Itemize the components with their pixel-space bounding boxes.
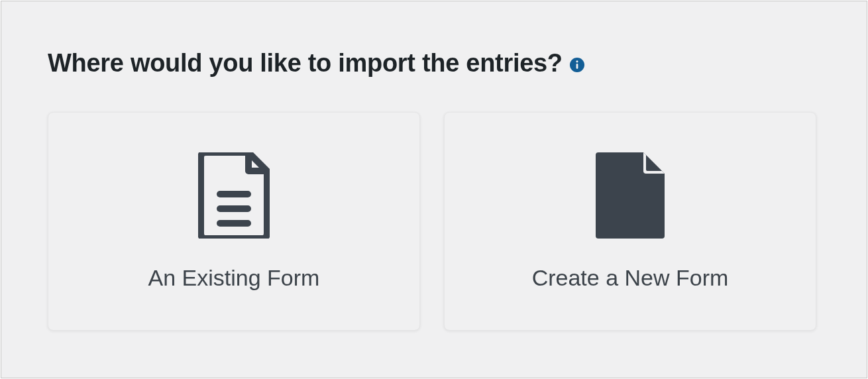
svg-rect-1 (576, 64, 578, 69)
panel-title: Where would you like to import the entri… (48, 49, 563, 78)
document-lines-icon (198, 152, 270, 241)
option-label: An Existing Form (148, 265, 320, 291)
option-cards: An Existing Form Create a New Form (48, 112, 820, 331)
option-existing-form[interactable]: An Existing Form (48, 112, 420, 331)
svg-rect-4 (217, 205, 251, 212)
info-icon[interactable] (569, 57, 585, 73)
svg-rect-3 (217, 191, 251, 197)
import-destination-panel: Where would you like to import the entri… (1, 1, 867, 378)
svg-rect-5 (217, 220, 251, 227)
svg-point-2 (576, 60, 578, 62)
option-create-new-form[interactable]: Create a New Form (444, 112, 816, 331)
option-label: Create a New Form (532, 265, 729, 291)
document-blank-icon (594, 152, 666, 241)
panel-header: Where would you like to import the entri… (48, 49, 820, 78)
